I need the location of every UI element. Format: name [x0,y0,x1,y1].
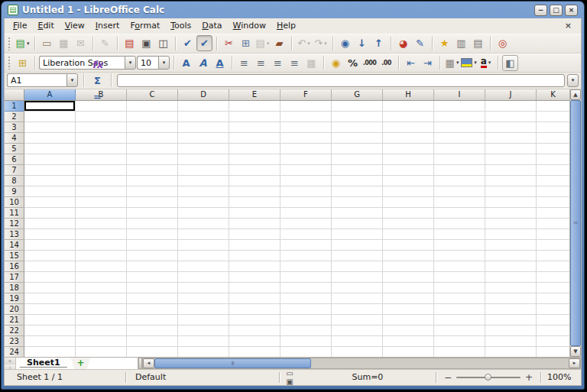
cell[interactable] [383,326,434,336]
row-header-7[interactable]: 7 [5,165,24,176]
cell[interactable] [76,336,127,347]
underline-icon[interactable]: A [212,55,228,71]
cell[interactable] [178,229,229,240]
vertical-scrollbar[interactable]: ▲ ≡ ▼ [569,89,581,357]
cell[interactable] [537,101,569,112]
formula-input[interactable] [117,74,565,87]
zoom-slider-handle[interactable] [485,374,491,381]
freeze-panes-icon[interactable]: ◧ [502,55,518,71]
cell[interactable] [76,347,127,357]
font-name-combo[interactable]: Liberation Sans▾ [39,56,136,70]
row-header-19[interactable]: 19 [5,293,24,304]
styles-icon[interactable]: ⊞ [15,55,31,71]
cell[interactable] [229,154,281,165]
cell[interactable] [178,176,229,186]
cell[interactable] [383,165,434,176]
scroll-up-icon[interactable]: ▲ [570,89,581,100]
cell[interactable] [229,272,281,283]
row-header-4[interactable]: 4 [5,133,24,144]
cell[interactable] [281,144,332,154]
cell[interactable] [281,112,332,122]
cell[interactable] [332,304,383,315]
row-header-9[interactable]: 9 [5,186,24,197]
cell[interactable] [383,304,434,315]
cell[interactable] [76,197,127,208]
cell[interactable] [332,261,383,272]
font-size-combo[interactable]: 10▾ [137,56,170,70]
paste-dropdown-icon[interactable]: ▾ [267,40,270,47]
cell[interactable] [281,336,332,347]
cell[interactable] [537,261,569,272]
cell[interactable] [178,219,229,229]
column-header-J[interactable]: J [485,89,537,101]
cell[interactable] [434,336,485,347]
cell[interactable] [178,122,229,133]
navigator-icon[interactable]: ★ [436,35,452,51]
row-header-3[interactable]: 3 [5,122,24,133]
cell[interactable] [127,304,178,315]
cell[interactable] [127,229,178,240]
cell[interactable] [281,133,332,144]
cell[interactable] [383,347,434,357]
cell[interactable] [127,176,178,186]
font-name-combo-dropdown-icon[interactable]: ▾ [125,56,136,70]
close-button[interactable]: × [565,5,578,16]
cell[interactable] [434,229,485,240]
cell[interactable] [537,144,569,154]
cell[interactable] [485,251,537,261]
cell[interactable] [383,336,434,347]
cell[interactable] [485,208,537,219]
toolbar-grip[interactable] [8,56,11,70]
cell[interactable] [485,229,537,240]
cell[interactable] [127,112,178,122]
cell[interactable] [332,272,383,283]
font-size-combo-value[interactable]: 10 [137,56,158,70]
cell[interactable] [383,219,434,229]
cell[interactable] [76,229,127,240]
cell[interactable] [127,101,178,112]
spellcheck-icon[interactable]: ✔ [180,35,196,51]
add-decimal-icon[interactable]: .000 [362,55,378,71]
expand-formula-bar-icon[interactable]: ▾ [567,74,579,87]
cell[interactable] [127,144,178,154]
cell[interactable] [485,144,537,154]
cell[interactable] [127,197,178,208]
cell[interactable] [178,272,229,283]
cell[interactable] [76,186,127,197]
open-icon[interactable]: ▭ [39,35,55,51]
cell[interactable] [485,122,537,133]
zoom-slider[interactable]: − + [436,373,540,382]
column-header-K[interactable]: K [537,89,569,101]
row-header-15[interactable]: 15 [5,251,24,261]
cell[interactable] [24,144,76,154]
function-wizard-icon[interactable]: fx [89,57,105,73]
sum-icon[interactable]: Σ [89,73,105,89]
cell[interactable] [281,251,332,261]
scroll-right-icon[interactable]: ▸ [569,358,580,368]
cell[interactable] [178,186,229,197]
gallery-icon[interactable]: ▥ [453,35,469,51]
cell[interactable] [332,240,383,251]
cell[interactable] [229,326,281,336]
cell[interactable] [178,101,229,112]
column-header-H[interactable]: H [383,89,434,101]
cell[interactable] [485,293,537,304]
cell[interactable] [24,261,76,272]
cell[interactable] [434,272,485,283]
cell[interactable] [178,112,229,122]
cell[interactable] [127,283,178,293]
cell[interactable] [281,326,332,336]
cell[interactable] [127,122,178,133]
cell[interactable] [24,122,76,133]
select-all-corner[interactable] [5,89,24,101]
cell[interactable] [485,272,537,283]
cell[interactable] [229,144,281,154]
cell[interactable] [332,154,383,165]
cell[interactable] [178,144,229,154]
cell[interactable] [24,186,76,197]
cell[interactable] [24,272,76,283]
cell[interactable] [281,315,332,326]
row-header-13[interactable]: 13 [5,229,24,240]
cell[interactable] [485,219,537,229]
cell[interactable] [434,315,485,326]
